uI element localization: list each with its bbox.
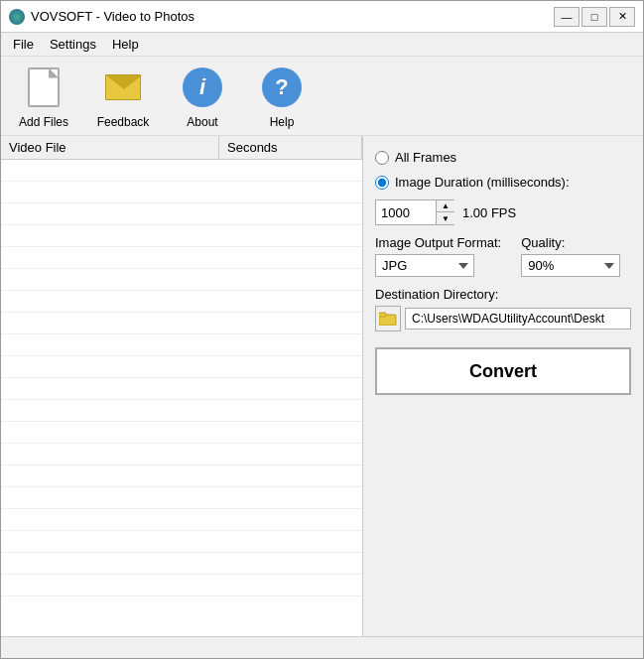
feedback-icon [99,64,147,111]
table-row [1,182,362,203]
all-frames-radio[interactable] [375,151,389,165]
menubar: File Settings Help [1,33,643,57]
help-button[interactable]: ? Help [247,60,317,133]
format-label: Image Output Format: [375,235,501,250]
file-list-panel: Video File Seconds [1,136,363,636]
quality-select[interactable]: 90% 80% 70% 60% 50% [521,254,620,277]
format-group: Image Output Format: JPG PNG BMP [375,235,501,277]
about-label: About [187,115,217,129]
add-files-icon-graphic [22,66,65,109]
add-files-button[interactable]: Add Files [9,60,78,133]
app-icon [9,9,25,25]
table-row [1,465,362,487]
all-frames-row: All Frames [375,150,631,165]
format-select[interactable]: JPG PNG BMP [375,254,474,277]
status-bar [1,636,643,658]
about-button[interactable]: i About [168,60,237,133]
title-bar-controls: — □ ✕ [554,7,635,27]
destination-path-input[interactable] [405,308,631,330]
duration-spinner[interactable]: ▲ ▼ [375,199,454,225]
help-icon: ? [258,64,306,111]
file-list-header: Video File Seconds [1,136,362,160]
duration-spinner-row: ▲ ▼ 1.00 FPS [375,199,631,225]
window-title: VOVSOFT - Video to Photos [31,9,194,24]
table-row [1,291,362,313]
table-row [1,247,362,269]
table-row [1,160,362,182]
folder-icon [379,312,397,326]
table-row [1,334,362,356]
feedback-button[interactable]: Feedback [88,60,158,133]
envelope-graphic [101,66,145,109]
about-icon-graphic: i [183,67,222,107]
image-duration-label[interactable]: Image Duration (milliseconds): [395,175,570,190]
help-label: Help [270,115,295,129]
main-content: Video File Seconds [1,136,643,636]
image-duration-row: Image Duration (milliseconds): [375,175,631,190]
destination-input-row [375,306,631,331]
table-row [1,378,362,400]
toolbar: Add Files Feedback i About ? [1,57,643,136]
title-bar-left: VOVSOFT - Video to Photos [9,9,194,25]
close-button[interactable]: ✕ [609,7,635,27]
table-row [1,487,362,509]
table-row [1,203,362,225]
browse-folder-button[interactable] [375,306,401,331]
spinner-buttons: ▲ ▼ [436,200,454,224]
destination-section: Destination Directory: [375,287,631,331]
table-row [1,553,362,575]
convert-button[interactable]: Convert [375,347,631,395]
file-list-rows[interactable] [1,160,362,636]
title-bar: VOVSOFT - Video to Photos — □ ✕ [1,1,643,33]
envelope-body [105,74,141,100]
destination-label: Destination Directory: [375,287,631,302]
menu-help[interactable]: Help [104,35,147,54]
menu-file[interactable]: File [5,35,42,54]
duration-input[interactable] [376,202,436,223]
column-header-video: Video File [1,136,219,159]
add-files-label: Add Files [19,115,68,129]
table-row [1,575,362,596]
fps-label: 1.00 FPS [462,205,516,220]
table-row [1,400,362,422]
right-panel: All Frames Image Duration (milliseconds)… [363,136,643,636]
image-duration-radio[interactable] [375,176,389,190]
table-row [1,509,362,531]
help-icon-graphic: ? [262,67,302,107]
spinner-down[interactable]: ▼ [437,212,454,224]
add-files-icon [20,64,67,111]
minimize-button[interactable]: — [554,7,580,27]
paper-graphic [28,67,60,107]
quality-label: Quality: [521,235,620,250]
maximize-button[interactable]: □ [581,7,607,27]
spinner-up[interactable]: ▲ [437,200,454,212]
table-row [1,313,362,334]
menu-settings[interactable]: Settings [42,35,104,54]
table-row [1,225,362,247]
feedback-label: Feedback [97,115,150,129]
table-row [1,422,362,444]
table-row [1,269,362,291]
quality-group: Quality: 90% 80% 70% 60% 50% [521,235,620,277]
table-row [1,444,362,465]
format-quality-row: Image Output Format: JPG PNG BMP Quality… [375,235,631,277]
main-window: VOVSOFT - Video to Photos — □ ✕ File Set… [0,0,644,659]
svg-rect-1 [379,313,386,317]
about-icon: i [179,64,226,111]
table-row [1,531,362,553]
envelope-flap [106,75,142,89]
table-row [1,356,362,378]
column-header-seconds: Seconds [219,136,362,159]
all-frames-label[interactable]: All Frames [395,150,456,165]
